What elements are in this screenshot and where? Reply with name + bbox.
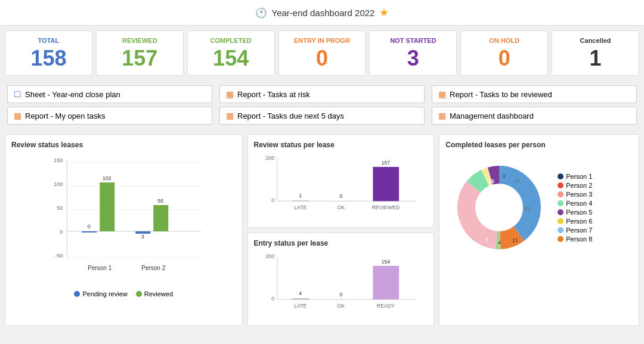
link-btn[interactable]: ▦Report - My open tasks: [7, 107, 212, 125]
mid-bot-svg: 200 0 4 0 154 LATE OK READY: [254, 252, 428, 318]
svg-text:0: 0: [88, 224, 91, 230]
charts-section: Review status leases 150 100 50 0 -50 0 …: [0, 129, 644, 331]
svg-rect-25: [292, 200, 309, 201]
svg-text:3: 3: [141, 234, 144, 240]
mid-bot-title: Entry status per lease: [254, 239, 428, 247]
link-icon: ▦: [438, 89, 446, 99]
link-label: Report - Tasks due next 5 days: [237, 111, 344, 120]
svg-text:3: 3: [503, 173, 506, 179]
svg-text:100: 100: [54, 181, 63, 187]
stat-value-notstarted: 3: [373, 48, 453, 69]
legend-person6: Person 6: [558, 218, 592, 225]
svg-text:157: 157: [381, 160, 390, 166]
p4-label: Person 4: [566, 200, 592, 207]
svg-text:150: 150: [54, 157, 63, 163]
link-icon: ▦: [226, 89, 234, 99]
stat-value-onhold: 0: [464, 48, 544, 69]
p5-dot: [558, 209, 564, 215]
star-icon: ★: [379, 6, 389, 19]
stat-label-cancelled: Cancelled: [555, 37, 636, 44]
completed-leases-per-person-chart: Completed leases per person: [439, 134, 639, 326]
link-label: Sheet - Year-end close plan: [25, 90, 120, 99]
svg-text:4: 4: [498, 240, 501, 246]
svg-rect-38: [292, 298, 309, 299]
link-label: Management dashboard: [450, 111, 534, 120]
donut-area: 61 15 3 12 41 11 4 7 Person 1 Person 2: [445, 154, 633, 261]
link-icon: ▦: [14, 111, 21, 120]
chart-left-legend: Pending review Reviewed: [11, 290, 236, 297]
stats-row: TOTAL 158 REVIEWED 157 COMPLETED 154 ENT…: [0, 26, 644, 80]
p4-dot: [558, 200, 564, 206]
legend-person2: Person 2: [558, 182, 592, 189]
svg-rect-29: [373, 167, 399, 201]
svg-text:50: 50: [57, 205, 63, 211]
p1-dot: [558, 173, 564, 179]
link-icon: ▦: [226, 111, 234, 120]
links-col1: ☐Sheet - Year-end close plan▦Report - My…: [7, 85, 212, 125]
dashboard-header: 🕐 Year-end dashboard 2022 ★: [0, 0, 644, 26]
link-label: Report - Tasks to be reviewed: [450, 90, 552, 99]
stat-value-completed: 154: [191, 48, 271, 69]
svg-text:61: 61: [480, 216, 486, 222]
legend-person4: Person 4: [558, 200, 592, 207]
svg-text:-50: -50: [55, 253, 63, 259]
link-icon: ▦: [438, 111, 446, 120]
link-btn[interactable]: ☐Sheet - Year-end close plan: [7, 85, 212, 103]
legend-pending-label: Pending review: [82, 290, 127, 297]
links-col3: ▦Report - Tasks to be reviewed▦Managemen…: [432, 85, 637, 125]
stat-label-notstarted: NOT STARTED: [373, 37, 453, 44]
stat-card-notstarted: NOT STARTED 3: [369, 30, 457, 76]
svg-text:4: 4: [299, 291, 302, 297]
link-icon: ☐: [14, 89, 21, 99]
svg-text:0: 0: [60, 229, 63, 235]
stat-card-completed: COMPLETED 154: [187, 30, 275, 76]
donut-svg: 61 15 3 12 41 11 4 7: [445, 154, 553, 261]
p8-dot: [558, 236, 564, 242]
svg-text:200: 200: [265, 155, 274, 161]
p7-label: Person 7: [566, 227, 592, 234]
link-btn[interactable]: ▦Report - Tasks at risk: [219, 85, 425, 103]
svg-text:15: 15: [488, 178, 494, 184]
p5-label: Person 5: [566, 209, 592, 216]
legend-person8: Person 8: [558, 235, 592, 243]
chart-right-title: Completed leases per person: [445, 141, 633, 149]
reviewed-dot: [136, 291, 142, 297]
svg-text:OK: OK: [337, 303, 345, 309]
svg-rect-11: [82, 231, 97, 233]
p3-dot: [558, 191, 564, 197]
link-btn[interactable]: ▦Report - Tasks due next 5 days: [219, 107, 425, 125]
links-col2: ▦Report - Tasks at risk▦Report - Tasks d…: [219, 85, 425, 125]
svg-text:41: 41: [525, 206, 531, 212]
svg-text:LATE: LATE: [294, 204, 306, 210]
svg-text:REVIEWED: REVIEWED: [371, 204, 400, 210]
svg-rect-42: [373, 266, 399, 299]
p6-label: Person 6: [566, 218, 592, 225]
legend-person1: Person 1: [558, 173, 592, 180]
svg-text:0: 0: [339, 193, 342, 199]
svg-text:Person 2: Person 2: [141, 265, 165, 271]
p8-label: Person 8: [566, 235, 592, 243]
stat-card-entry: ENTRY IN PROGR 0: [278, 30, 366, 76]
p7-dot: [558, 227, 564, 233]
review-status-leases-chart: Review status leases 150 100 50 0 -50 0 …: [5, 134, 243, 326]
stat-label-onhold: ON HOLD: [464, 37, 544, 44]
link-btn[interactable]: ▦Management dashboard: [432, 107, 637, 125]
stat-label-reviewed: REVIEWED: [100, 37, 180, 44]
legend-reviewed-label: Reviewed: [144, 290, 173, 297]
svg-text:55: 55: [157, 198, 163, 204]
stat-value-entry: 0: [282, 48, 363, 69]
svg-text:12: 12: [514, 178, 520, 184]
pending-dot: [74, 291, 80, 297]
donut-legend: Person 1 Person 2 Person 3 Person 4 Pers…: [558, 173, 592, 243]
mid-top-title: Review status per lease: [254, 141, 428, 149]
svg-text:11: 11: [512, 237, 518, 243]
svg-text:READY: READY: [376, 303, 394, 309]
link-btn[interactable]: ▦Report - Tasks to be reviewed: [432, 85, 637, 103]
stat-card-cancelled: Cancelled 1: [552, 30, 639, 76]
stat-card-onhold: ON HOLD 0: [460, 30, 548, 76]
legend-pending: Pending review: [74, 290, 127, 297]
svg-rect-13: [100, 182, 114, 231]
dashboard-title: Year-end dashboard 2022: [272, 8, 375, 18]
stat-label-total: TOTAL: [8, 37, 89, 44]
stat-card-total: TOTAL 158: [5, 30, 92, 76]
